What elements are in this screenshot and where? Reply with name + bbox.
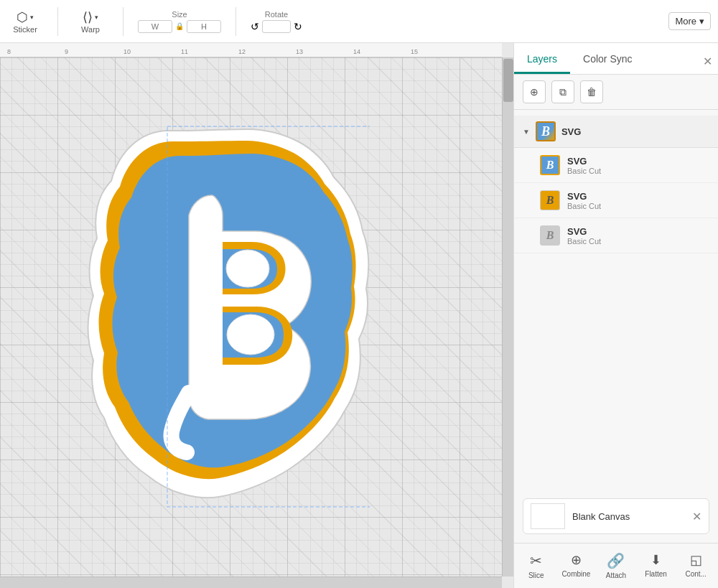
flatten-icon: ⬇ bbox=[651, 552, 661, 568]
group-thumb: B bbox=[536, 121, 556, 141]
tab-color-sync[interactable]: Color Sync bbox=[570, 46, 645, 74]
main-body: 8 9 10 11 12 13 14 15 bbox=[0, 43, 718, 588]
slice-button[interactable]: ✂ Slice bbox=[517, 549, 556, 582]
sub-layer-3-type: Basic Cut bbox=[567, 237, 601, 246]
ruler-mark-14: 14 bbox=[353, 48, 360, 55]
warp-icon: ⟨⟩ bbox=[83, 9, 93, 25]
design-element-b[interactable] bbox=[83, 109, 370, 526]
sub-layer-1-type: Basic Cut bbox=[567, 167, 601, 175]
warp-tool[interactable]: ⟨⟩ ▾ Warp bbox=[73, 9, 108, 34]
tab-layers[interactable]: Layers bbox=[514, 46, 570, 74]
size-label: Size bbox=[172, 10, 187, 19]
ruler-mark-13: 13 bbox=[296, 48, 303, 55]
layers-list: ▼ B SVG B SVG Basic Cut B SVG Basic C bbox=[514, 110, 718, 490]
sub-layer-3[interactable]: B SVG Basic Cut bbox=[514, 218, 718, 253]
ruler-mark-11: 11 bbox=[181, 48, 188, 55]
blank-canvas-label: Blank Canvas bbox=[572, 511, 630, 522]
scrollbar-horizontal[interactable] bbox=[0, 577, 502, 588]
sub-layer-3-info: SVG Basic Cut bbox=[567, 226, 601, 246]
canvas-area[interactable]: 8 9 10 11 12 13 14 15 bbox=[0, 43, 513, 588]
ruler-horizontal: 8 9 10 11 12 13 14 15 bbox=[0, 43, 502, 57]
group-name: SVG bbox=[561, 126, 581, 137]
sub-layer-3-thumb: B bbox=[540, 225, 560, 246]
height-input[interactable] bbox=[187, 20, 221, 33]
ruler-mark-15: 15 bbox=[411, 48, 418, 55]
combine-icon: ⊕ bbox=[571, 552, 582, 568]
layer-tool-add-btn[interactable]: ⊕ bbox=[523, 80, 546, 103]
svg-point-0 bbox=[226, 250, 269, 287]
sub-layer-2-thumb: B bbox=[540, 190, 560, 210]
more-label: More bbox=[675, 16, 696, 27]
size-group: Size 🔒 bbox=[138, 10, 221, 33]
bottom-toolbar: ✂ Slice ⊕ Combine 🔗 Attach ⬇ Flatten ◱ C… bbox=[514, 543, 718, 588]
height-input-group bbox=[187, 20, 221, 33]
svg-point-1 bbox=[227, 314, 274, 355]
flatten-label: Flatten bbox=[645, 570, 667, 578]
ruler-mark-10: 10 bbox=[123, 48, 131, 55]
panel-tabs: Layers Color Sync ✕ bbox=[514, 43, 718, 75]
cont-button[interactable]: ◱ Cont... bbox=[676, 549, 715, 582]
sep3 bbox=[236, 7, 236, 36]
sub-layer-1[interactable]: B SVG Basic Cut bbox=[514, 148, 718, 183]
sticker-tool[interactable]: ⬡ ▾ Sticker bbox=[7, 9, 43, 34]
blank-canvas-card[interactable]: Blank Canvas ✕ bbox=[523, 498, 709, 534]
layer-group-header[interactable]: ▼ B SVG bbox=[514, 116, 718, 148]
sub-layer-1-name: SVG bbox=[567, 156, 601, 167]
attach-label: Attach bbox=[606, 571, 626, 579]
sub-layer-1-thumb: B bbox=[540, 155, 560, 175]
rotate-cw-icon[interactable]: ↻ bbox=[294, 21, 302, 32]
rotate-group: Rotate ↺ ↻ bbox=[251, 10, 302, 33]
slice-icon: ✂ bbox=[530, 552, 542, 569]
sub-layer-2-name: SVG bbox=[567, 191, 601, 202]
attach-button[interactable]: 🔗 Attach bbox=[597, 549, 635, 582]
sub-layer-2-info: SVG Basic Cut bbox=[567, 191, 601, 210]
group-info: SVG bbox=[561, 126, 581, 137]
sep1 bbox=[57, 7, 58, 36]
more-chevron-icon: ▾ bbox=[699, 16, 704, 27]
warp-label: Warp bbox=[81, 25, 100, 34]
sub-layer-2-type: Basic Cut bbox=[567, 202, 601, 210]
right-panel: Layers Color Sync ✕ ⊕ ⧉ 🗑 ▼ B SVG B bbox=[513, 43, 718, 588]
slice-label: Slice bbox=[528, 571, 544, 579]
rotate-input[interactable] bbox=[262, 20, 291, 33]
blank-canvas-close-icon[interactable]: ✕ bbox=[692, 510, 701, 523]
combine-button[interactable]: ⊕ Combine bbox=[557, 549, 596, 582]
more-button[interactable]: More ▾ bbox=[668, 12, 711, 30]
cont-label: Cont... bbox=[685, 570, 706, 578]
layer-toolbar: ⊕ ⧉ 🗑 bbox=[514, 75, 718, 110]
panel-close-icon[interactable]: ✕ bbox=[703, 55, 712, 68]
flatten-button[interactable]: ⬇ Flatten bbox=[637, 549, 676, 582]
sticker-icon: ⬡ bbox=[17, 9, 28, 25]
scrollbar-vertical[interactable] bbox=[502, 57, 513, 577]
ruler-mark-9: 9 bbox=[65, 48, 68, 55]
sticker-label: Sticker bbox=[13, 25, 37, 34]
scroll-thumb-v[interactable] bbox=[503, 59, 513, 102]
rotate-label: Rotate bbox=[265, 10, 288, 19]
width-input[interactable] bbox=[138, 20, 172, 33]
layer-tool-delete-btn[interactable]: 🗑 bbox=[580, 80, 603, 103]
sub-layer-3-name: SVG bbox=[567, 226, 601, 237]
lock-icon: 🔒 bbox=[175, 22, 184, 30]
attach-icon: 🔗 bbox=[607, 552, 625, 569]
sub-layer-1-info: SVG Basic Cut bbox=[567, 156, 601, 175]
main-toolbar: ⬡ ▾ Sticker ⟨⟩ ▾ Warp Size 🔒 Rotate ↺ bbox=[0, 0, 718, 43]
width-input-group bbox=[138, 20, 172, 33]
group-chevron-icon: ▼ bbox=[523, 128, 530, 136]
ruler-mark-12: 12 bbox=[238, 48, 246, 55]
combine-label: Combine bbox=[561, 570, 590, 578]
cont-icon: ◱ bbox=[690, 552, 702, 568]
layer-tool-group-btn[interactable]: ⧉ bbox=[551, 80, 574, 103]
blank-canvas-thumb bbox=[531, 503, 565, 529]
sep2 bbox=[123, 7, 123, 36]
rotate-ccw-icon[interactable]: ↺ bbox=[251, 21, 259, 32]
sub-layer-2[interactable]: B SVG Basic Cut bbox=[514, 183, 718, 218]
design-canvas[interactable] bbox=[0, 57, 502, 577]
ruler-mark-8: 8 bbox=[7, 48, 11, 55]
